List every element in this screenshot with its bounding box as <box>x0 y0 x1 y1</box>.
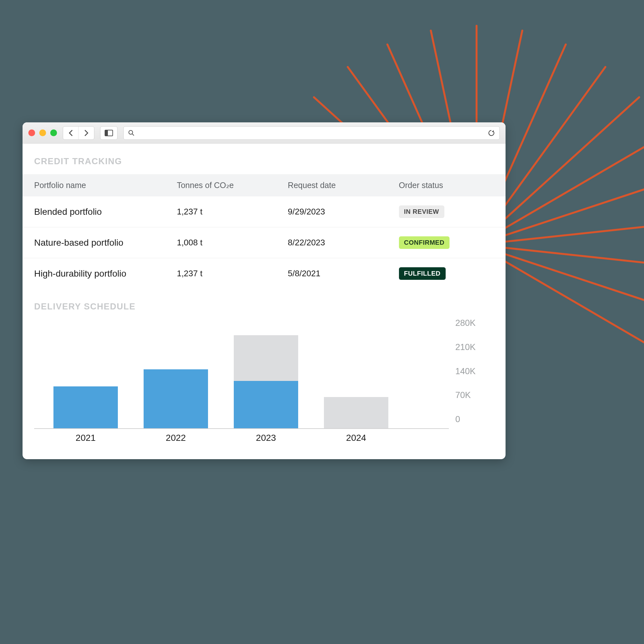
y-tick-label: 0 <box>455 414 494 424</box>
sidebar-toggle-button[interactable] <box>100 126 118 140</box>
window-titlebar <box>23 122 506 144</box>
chart-bar <box>144 323 208 428</box>
cell-name: High-durability portfolio <box>34 269 177 279</box>
chart-y-axis: 280K210K140K70K0 <box>455 318 494 424</box>
cell-co2: 1,008 t <box>177 238 288 248</box>
delivery-schedule-chart: 2021202220232024 280K210K140K70K0 <box>23 319 506 443</box>
y-tick-label: 140K <box>455 366 494 376</box>
cell-co2: 1,237 t <box>177 269 288 279</box>
x-tick-label: 2023 <box>234 433 298 443</box>
status-badge: IN REVIEW <box>399 205 444 218</box>
svg-line-19 <box>132 134 134 136</box>
bar-segment-projected <box>234 335 298 381</box>
cell-co2: 1,237 t <box>177 207 288 217</box>
address-bar[interactable] <box>123 126 500 140</box>
y-tick-label: 280K <box>455 318 494 328</box>
col-header-co2: Tonnes of CO₂e <box>177 181 288 190</box>
chart-x-axis: 2021202220232024 <box>34 429 449 443</box>
cell-date: 9/29/2023 <box>288 207 399 217</box>
credit-tracking-title: CREDIT TRACKING <box>23 156 506 174</box>
chart-bar <box>324 323 388 428</box>
y-tick-label: 210K <box>455 342 494 352</box>
browser-window: CREDIT TRACKING Portfolio name Tonnes of… <box>23 122 506 459</box>
svg-rect-17 <box>105 130 108 136</box>
table-row: Nature-based portfolio 1,008 t 8/22/2023… <box>23 227 506 258</box>
search-icon <box>128 130 135 136</box>
delivery-schedule-title: DELIVERY SCHEDULE <box>23 289 506 319</box>
sidebar-icon <box>105 130 113 136</box>
page-content: CREDIT TRACKING Portfolio name Tonnes of… <box>23 144 506 459</box>
col-header-status: Order status <box>399 181 494 190</box>
forward-button[interactable] <box>79 127 94 139</box>
chevron-right-icon <box>83 129 89 137</box>
status-badge: FULFILLED <box>399 267 446 280</box>
bar-segment-delivered <box>234 381 298 428</box>
svg-point-18 <box>129 130 133 134</box>
cell-name: Nature-based portfolio <box>34 238 177 248</box>
table-header-row: Portfolio name Tonnes of CO₂e Request da… <box>23 174 506 196</box>
close-icon[interactable] <box>28 129 35 136</box>
minimize-icon[interactable] <box>39 129 46 136</box>
col-header-date: Request date <box>288 181 399 190</box>
nav-buttons <box>63 126 94 140</box>
cell-name: Blended portfolio <box>34 207 177 217</box>
x-tick-label: 2024 <box>324 433 388 443</box>
chart-plot-area <box>34 323 449 429</box>
x-tick-label: 2021 <box>53 433 118 443</box>
url-input[interactable] <box>138 129 484 137</box>
traffic-lights <box>28 129 57 136</box>
table-row: High-durability portfolio 1,237 t 5/8/20… <box>23 258 506 289</box>
bar-segment-delivered <box>53 386 118 428</box>
status-badge: CONFIRMED <box>399 236 450 249</box>
table-row: Blended portfolio 1,237 t 9/29/2023 IN R… <box>23 196 506 227</box>
bar-segment-delivered <box>144 369 208 428</box>
zoom-icon[interactable] <box>50 129 57 136</box>
back-button[interactable] <box>63 127 79 139</box>
credit-tracking-table: Portfolio name Tonnes of CO₂e Request da… <box>23 174 506 289</box>
y-tick-label: 70K <box>455 390 494 400</box>
chart-bar <box>234 323 298 428</box>
reload-icon[interactable] <box>488 129 495 137</box>
bar-segment-projected <box>324 397 388 428</box>
chevron-left-icon <box>68 129 74 137</box>
x-tick-label: 2022 <box>144 433 208 443</box>
col-header-name: Portfolio name <box>34 181 177 190</box>
cell-date: 5/8/2021 <box>288 269 399 279</box>
cell-date: 8/22/2023 <box>288 238 399 248</box>
chart-bar <box>53 323 118 428</box>
